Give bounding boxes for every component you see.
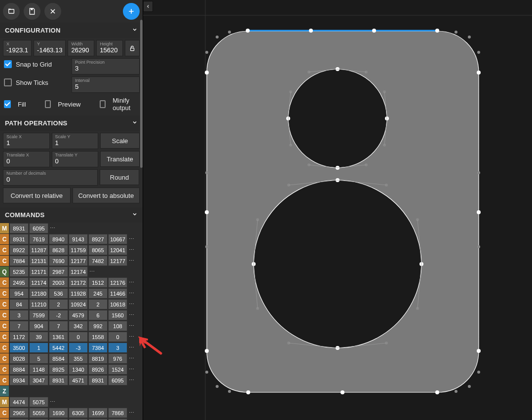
command-value-cell[interactable]: 1524 [108,364,127,375]
command-type-badge[interactable]: Z [0,386,9,396]
command-row[interactable]: C8028585843558819976⋯ [0,353,143,364]
y-field[interactable]: Y-1463.13 [34,40,66,56]
command-menu-icon[interactable]: ⋯ [128,332,135,342]
command-value-cell[interactable]: 5235 [9,267,29,277]
command-value-cell[interactable]: 992 [88,321,108,331]
command-row[interactable]: Q523512171298712174⋯ [0,267,143,277]
command-value-cell[interactable]: 904 [29,321,48,331]
command-value-cell[interactable]: 4474 [9,397,29,407]
command-value-cell[interactable]: 6305 [69,408,88,418]
round-button[interactable]: Round [100,169,139,185]
command-value-cell[interactable]: 1148 [29,364,48,375]
command-type-badge[interactable]: C [0,343,9,353]
command-value-cell[interactable]: 11210 [29,299,48,309]
command-row[interactable]: C79047342992108⋯ [0,321,143,331]
command-menu-icon[interactable]: ⋯ [128,288,135,299]
command-row[interactable]: M89316095⋯ [0,223,143,233]
command-value-cell[interactable]: 3 [9,310,29,320]
command-value-cell[interactable]: 954 [9,288,29,299]
command-value-cell[interactable]: 8065 [88,245,108,255]
command-value-cell[interactable]: 12174 [69,267,88,277]
command-value-cell[interactable]: 976 [108,353,127,364]
command-value-cell[interactable]: 11759 [69,245,88,255]
command-row[interactable]: C893430478931457189316095⋯ [0,375,143,385]
command-value-cell[interactable]: 1560 [108,310,127,320]
command-value-cell[interactable]: 1361 [49,332,68,342]
command-type-badge[interactable]: M [0,397,9,407]
command-value-cell[interactable]: 7599 [29,310,48,320]
preview-checkbox[interactable] [45,100,51,108]
command-menu-icon[interactable]: ⋯ [128,375,135,385]
command-value-cell[interactable]: 11928 [69,288,88,299]
command-menu-icon[interactable]: ⋯ [128,277,135,288]
command-row[interactable]: C954121805361192824511466⋯ [0,288,143,299]
command-value-cell[interactable]: 8931 [88,375,108,385]
command-value-cell[interactable]: 3047 [29,375,48,385]
command-value-cell[interactable]: 8931 [9,223,29,233]
command-value-cell[interactable]: 11466 [108,288,127,299]
command-value-cell[interactable]: 1172 [9,332,29,342]
command-value-cell[interactable]: 12180 [29,288,48,299]
command-type-badge[interactable]: C [0,375,9,385]
command-value-cell[interactable]: 39 [29,332,48,342]
translate-y-field[interactable]: Translate Y0 [52,151,99,167]
command-value-cell[interactable]: 2495 [9,277,29,288]
command-row[interactable]: Z [0,386,143,396]
path-operations-header[interactable]: PATH OPERATIONS [0,115,143,131]
x-field[interactable]: X-1923.1 [3,40,32,56]
command-value-cell[interactable]: 12174 [29,277,48,288]
open-button[interactable] [3,3,20,20]
lock-aspect-button[interactable] [125,40,140,56]
command-value-cell[interactable]: 8884 [9,364,29,375]
command-value-cell[interactable]: 8628 [49,245,68,255]
decimals-field[interactable]: Number of decimals0 [3,169,98,186]
command-menu-icon[interactable]: ⋯ [49,397,56,407]
translate-button[interactable]: Translate [100,151,140,167]
command-value-cell[interactable]: 7868 [108,408,127,418]
command-value-cell[interactable]: 5442 [49,343,68,353]
fill-checkbox[interactable] [4,100,11,108]
command-value-cell[interactable]: 1690 [49,408,68,418]
command-value-cell[interactable]: 1699 [88,408,108,418]
command-menu-icon[interactable]: ⋯ [128,364,135,375]
svg-path-shape[interactable] [207,31,479,392]
command-value-cell[interactable]: 12131 [29,256,48,266]
command-value-cell[interactable]: 6095 [108,375,127,385]
command-value-cell[interactable]: 1558 [88,332,108,342]
command-value-cell[interactable]: 8926 [88,364,108,375]
command-menu-icon[interactable]: ⋯ [49,223,56,233]
command-value-cell[interactable]: 1 [29,343,48,353]
command-type-badge[interactable]: C [0,299,9,309]
command-type-badge[interactable]: C [0,321,9,331]
command-row[interactable]: M44745075⋯ [0,397,143,407]
command-type-badge[interactable]: C [0,256,9,266]
command-type-badge[interactable]: C [0,234,9,244]
command-value-cell[interactable]: 8028 [9,353,29,364]
command-row[interactable]: C296550591690630516997868⋯ [0,408,143,418]
command-value-cell[interactable]: 8934 [9,375,29,385]
command-menu-icon[interactable]: ⋯ [128,353,135,364]
command-value-cell[interactable]: 12177 [108,256,127,266]
command-value-cell[interactable]: 3500 [9,343,29,353]
command-value-cell[interactable]: 12041 [108,245,127,255]
command-type-badge[interactable]: C [0,245,9,255]
command-menu-icon[interactable]: ⋯ [128,408,135,418]
command-value-cell[interactable]: 2965 [9,408,29,418]
command-type-badge[interactable]: C [0,310,9,320]
snap-to-grid-checkbox[interactable] [4,60,12,68]
command-row[interactable]: C892211287862811759806512041⋯ [0,245,143,255]
command-value-cell[interactable]: 12177 [69,256,88,266]
width-field[interactable]: Width26290 [68,40,94,56]
command-value-cell[interactable]: 5 [29,353,48,364]
command-value-cell[interactable]: 10924 [69,299,88,309]
command-value-cell[interactable]: 11287 [29,245,48,255]
command-value-cell[interactable]: 84 [9,299,29,309]
command-type-badge[interactable]: C [0,408,9,418]
interval-field[interactable]: Interval5 [72,76,140,93]
command-value-cell[interactable]: 2003 [49,277,68,288]
close-button[interactable] [44,3,61,20]
command-value-cell[interactable]: 0 [69,332,88,342]
canvas-area[interactable] [143,0,532,420]
svg-canvas[interactable] [143,0,532,420]
command-menu-icon[interactable]: ⋯ [128,256,135,266]
